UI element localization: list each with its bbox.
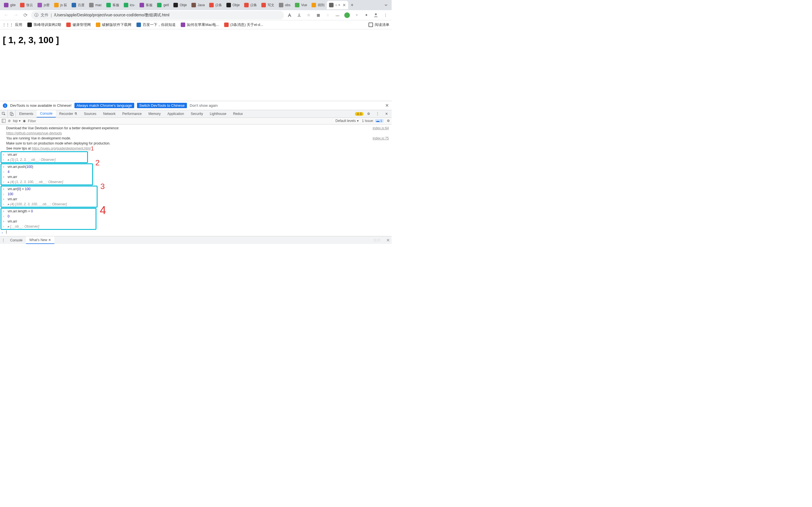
devtools-tab-recorder[interactable]: Recorder ⚗ (56, 110, 81, 117)
browser-tab[interactable]: ics- (121, 1, 138, 9)
drawer-tab-whatsnew[interactable]: What's New ✕ (26, 236, 54, 244)
source-link[interactable]: index.js:64 (373, 126, 389, 130)
drawer-close-icon[interactable]: ✕ (386, 238, 390, 243)
bookmark-item[interactable]: 百度一下，你就知道 (137, 22, 175, 27)
devtools-tab-redux[interactable]: Redux (230, 110, 246, 117)
new-tab-button[interactable]: + (348, 1, 356, 9)
bookmark-item[interactable]: 健康管理网 (66, 22, 91, 27)
devtools-settings-icon[interactable]: ⚙ (364, 110, 372, 118)
ext-icon-2[interactable]: ♢ (324, 11, 332, 19)
context-selector[interactable]: top ▾ (13, 119, 20, 123)
apps-button[interactable]: ⋮⋮⋮ 应用 (2, 22, 22, 27)
live-expression-icon[interactable]: ◉ (23, 119, 26, 123)
drawer-more-icon[interactable]: ⋮ (0, 236, 7, 244)
browser-tab[interactable]: 张云 (18, 1, 35, 9)
ext-icon-3[interactable]: ▬ (334, 11, 342, 19)
browser-tab[interactable]: js蕾 (35, 1, 52, 9)
browser-tab[interactable]: Obje (224, 1, 242, 9)
lang-switch-button[interactable]: Switch DevTools to Chinese (137, 103, 187, 108)
address-bar[interactable]: ⓘ 文件 | /Users/apple/Desktop/project/vue-… (31, 11, 284, 19)
device-toggle-icon[interactable] (8, 110, 16, 118)
lang-dismiss-button[interactable]: Don't show again (190, 103, 218, 108)
browser-tab[interactable]: 客服 (137, 1, 155, 9)
info-icon: ⓘ (35, 13, 38, 18)
favicon-icon (224, 22, 229, 27)
browser-tab[interactable]: (2条 (207, 1, 224, 9)
browser-tab[interactable]: ○ ×✕ (327, 1, 348, 9)
browser-tab[interactable]: 写文 (259, 1, 276, 9)
drawer-tab-console[interactable]: Console (7, 236, 26, 244)
devtools-tab-sources[interactable]: Sources (81, 110, 100, 117)
browser-tab[interactable]: 客服 (104, 1, 121, 9)
bookmark-item[interactable]: 珠峰培训架构2期 (28, 22, 61, 27)
reload-button[interactable]: ⟳ (21, 11, 29, 19)
install-icon[interactable] (295, 11, 303, 19)
devtools-tab-application[interactable]: Application (164, 110, 188, 117)
bookmark-item[interactable]: (3条消息) 关于el-d... (224, 22, 263, 27)
forward-button[interactable]: → (12, 11, 20, 19)
console-filter-bar: ⊘ top ▾ ◉ Default levels ▾ 1 Issue: ▬ 1 … (0, 118, 392, 124)
tab-label: obs (285, 3, 290, 7)
menu-icon[interactable]: ⋮ (382, 11, 389, 19)
browser-tab[interactable]: Java (189, 1, 207, 9)
inspect-element-icon[interactable] (0, 110, 8, 118)
tab-label: Obje (180, 3, 187, 7)
browser-tab[interactable]: js 荻 (52, 1, 69, 9)
annotation-3: 3 (100, 182, 105, 191)
close-icon[interactable]: ✕ (342, 3, 346, 7)
devtools-tab-security[interactable]: Security (188, 110, 206, 117)
extensions-icon[interactable]: ✦ (362, 11, 370, 19)
profile-icon[interactable] (372, 11, 380, 19)
browser-tab[interactable]: getI (155, 1, 171, 9)
bookmark-star-icon[interactable]: ☆ (305, 11, 313, 19)
issues-indicator[interactable]: 1 Issue: ▬ 1 (362, 119, 384, 123)
reading-list-button[interactable]: 阅读清单 (375, 22, 389, 27)
devtools-tab-console[interactable]: Console (37, 110, 56, 117)
devtools-tab-network[interactable]: Network (100, 110, 119, 117)
devtools-tab-memory[interactable]: Memory (145, 110, 164, 117)
translate-icon[interactable] (286, 11, 294, 19)
filter-input[interactable] (28, 119, 333, 123)
browser-tab[interactable]: 百度 (69, 1, 87, 9)
console-sidebar-toggle[interactable] (2, 119, 6, 123)
ext-icon-4[interactable] (343, 11, 351, 19)
lang-close-button[interactable]: ✕ (385, 103, 389, 108)
ext-icon-1[interactable]: ▦ (314, 11, 322, 19)
tab-label: Java (198, 3, 205, 7)
devtools-tab-elements[interactable]: Elements (16, 110, 37, 117)
tab-label: 写文 (267, 3, 274, 8)
tab-label: ○ × (335, 3, 340, 7)
browser-tab[interactable]: mac (87, 1, 104, 9)
favicon-icon (137, 22, 141, 27)
browser-tab[interactable]: Vue (293, 1, 309, 9)
clear-console-icon[interactable]: ⊘ (8, 119, 11, 123)
browser-tab[interactable]: obs (276, 1, 293, 9)
console-settings-icon[interactable]: ⚙ (387, 119, 390, 123)
favicon-icon (71, 3, 76, 7)
ext-icon-5[interactable]: ✶ (353, 11, 361, 19)
browser-tab[interactable]: (2条 (242, 1, 259, 9)
url-prefix: 文件 (41, 13, 49, 18)
bookmark-item[interactable]: 破解版软件下载网 (96, 22, 132, 27)
browser-tab[interactable]: gite (2, 1, 18, 9)
console-prompt[interactable]: › (0, 230, 392, 235)
apps-icon: ⋮⋮⋮ (2, 22, 13, 27)
tab-overflow-button[interactable] (382, 1, 390, 9)
lang-match-button[interactable]: Always match Chrome's language (74, 103, 134, 108)
devtools-close-icon[interactable]: ✕ (383, 110, 391, 118)
reading-list-icon (368, 22, 373, 27)
browser-tab[interactable]: 得到 (309, 1, 327, 9)
console-log: https://github.com/vuejs/vue-devtools (0, 131, 392, 136)
back-button[interactable]: ← (2, 11, 10, 19)
source-link[interactable]: index.js:75 (373, 136, 389, 140)
close-icon[interactable]: ✕ (48, 238, 51, 242)
log-levels-selector[interactable]: Default levels ▾ (336, 119, 359, 123)
browser-tab[interactable]: Obje (171, 1, 189, 9)
devtools-tab-lighthouse[interactable]: Lighthouse (206, 110, 230, 117)
devtools-tab-performance[interactable]: Performance (119, 110, 145, 117)
devtools-more-icon[interactable]: ⋮ (373, 110, 382, 118)
warning-badge[interactable]: ⚠ 1 (355, 112, 363, 116)
bookmark-item[interactable]: 如何在苹果Mac电... (181, 22, 219, 27)
devtools-drawer: ⋮ Console What's New ✕ 技术 ✕ (0, 236, 392, 244)
bookmark-label: 珠峰培训架构2期 (34, 22, 61, 27)
